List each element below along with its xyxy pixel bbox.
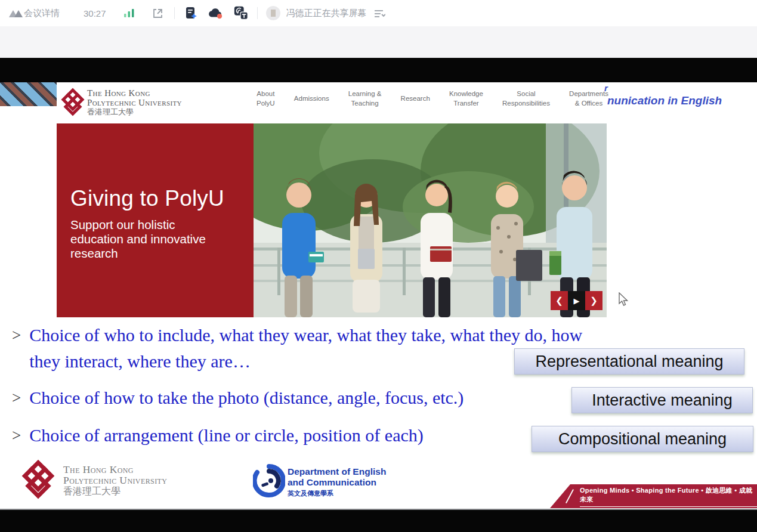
bullet-marker: > <box>12 422 21 449</box>
letterbox-bottom <box>0 510 757 532</box>
bullet-text: Choice of arrangement (line or circle, p… <box>29 422 424 449</box>
cloud-recording-icon[interactable] <box>208 5 224 21</box>
footer-university-name: The Hong Kong Polytechnic University <box>63 464 167 485</box>
meeting-app-logo-icon <box>8 5 24 21</box>
hero-title: Giving to PolyU <box>70 186 224 211</box>
letterbox-top <box>0 58 757 82</box>
bullet-marker: > <box>12 322 21 348</box>
signal-strength-icon <box>122 5 137 21</box>
dept-logo <box>253 464 285 500</box>
nav-departments-offices[interactable]: Departments & Offices <box>569 89 608 108</box>
presenter-avatar[interactable] <box>266 6 280 20</box>
hero-photo-students <box>254 123 607 317</box>
nav-knowledge-transfer[interactable]: Knowledge Transfer <box>449 89 483 108</box>
nav-research[interactable]: Research <box>401 94 430 104</box>
motto-ribbon: Opening Minds • Shaping the Future • 啟迪思… <box>550 484 757 508</box>
site-navigation: About PolyU Admissions Learning & Teachi… <box>257 89 608 108</box>
motto-text: Opening Minds • Shaping the Future • 啟迪思… <box>580 486 757 507</box>
bullet-marker: > <box>12 385 21 411</box>
university-name: The Hong Kong Polytechnic University <box>87 89 182 107</box>
hero-banner-panel: Giving to PolyU Support our holistic edu… <box>57 123 254 317</box>
nav-learning-teaching[interactable]: Learning & Teaching <box>348 89 382 108</box>
bullet-compositional: > Choice of arrangement (line or circle,… <box>12 422 424 449</box>
participants-list-icon[interactable] <box>372 5 387 21</box>
hero-carousel-controls: ❮ ▶ ❯ <box>551 291 602 310</box>
dept-wordmark: Department of English and Communication … <box>288 466 386 497</box>
mouse-cursor <box>618 292 629 309</box>
meeting-details-button[interactable]: 会议详情 <box>8 5 60 21</box>
toolbar-divider <box>257 7 258 19</box>
university-name-cn: 香港理工大學 <box>87 108 182 116</box>
slide-title-fragment-top: r <box>604 83 608 93</box>
bullet-interactive: > Choice of how to take the photo (dista… <box>12 385 464 411</box>
polyu-footer-logo <box>20 459 57 503</box>
footer-university-name-cn: 香港理工大學 <box>63 487 167 497</box>
label-compositional-meaning: Compositional meaning <box>532 426 753 452</box>
slide-title-fragment: nunication in English <box>607 94 722 107</box>
meeting-timer: 30:27 <box>84 8 106 18</box>
nav-about-polyu[interactable]: About PolyU <box>257 89 275 108</box>
bullet-text: Choice of how to take the photo (distanc… <box>29 385 464 411</box>
carousel-next-button[interactable]: ❯ <box>585 291 602 310</box>
dept-name-cn: 英文及傳意學系 <box>288 490 386 497</box>
nav-admissions[interactable]: Admissions <box>294 94 329 104</box>
polyu-logo <box>60 88 86 120</box>
screen: 会议详情 30:27 冯德正正在共享屏幕 The Hong <box>0 0 757 532</box>
label-representational-meaning: Representational meaning <box>514 348 744 375</box>
bullet-representational: > Choice of who to include, what they we… <box>12 322 582 375</box>
sharing-status-text: 冯德正正在共享屏幕 <box>286 8 367 19</box>
dept-name: Department of English and Communication <box>288 466 386 488</box>
window-spacer <box>0 26 757 58</box>
ai-notes-icon[interactable] <box>183 5 199 21</box>
label-interactive-meaning: Interactive meaning <box>571 387 753 413</box>
meeting-toolbar: 会议详情 30:27 冯德正正在共享屏幕 <box>0 0 757 26</box>
toolbar-divider <box>174 7 175 19</box>
bullet-text: Choice of who to include, what they wear… <box>29 322 582 375</box>
open-external-icon[interactable] <box>150 5 166 21</box>
nav-social-responsibilities[interactable]: Social Responsibilities <box>502 89 550 108</box>
footer-university-wordmark: The Hong Kong Polytechnic University 香港理… <box>63 464 167 497</box>
campus-photo-thumbnail <box>0 82 57 106</box>
university-wordmark: The Hong Kong Polytechnic University 香港理… <box>87 89 182 116</box>
ribbon-slash-decor <box>566 489 574 503</box>
carousel-prev-button[interactable]: ❮ <box>551 291 568 310</box>
carousel-play-button[interactable]: ▶ <box>568 291 585 310</box>
meeting-details-label: 会议详情 <box>24 8 60 19</box>
live-translation-icon[interactable] <box>233 5 249 21</box>
hero-subtitle: Support our holistic education and innov… <box>70 218 206 261</box>
